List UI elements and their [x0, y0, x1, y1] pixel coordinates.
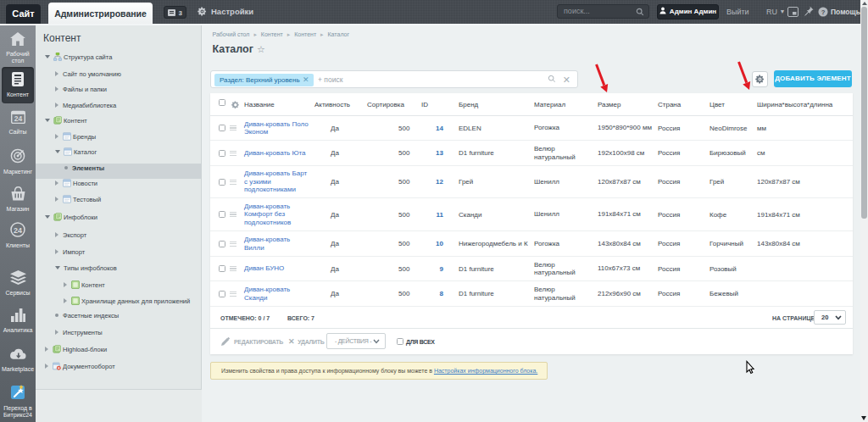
svg-text:24: 24 — [14, 226, 22, 235]
svg-text:24: 24 — [14, 114, 22, 123]
svg-text:?: ? — [821, 8, 826, 16]
